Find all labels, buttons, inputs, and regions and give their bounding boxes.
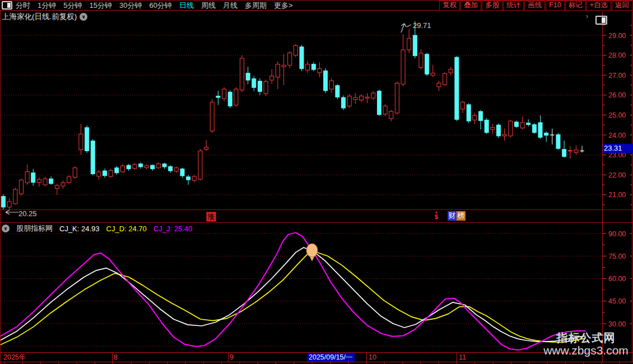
toolbar-button-6[interactable]: 标记 <box>565 1 586 11</box>
period-menu-item-4[interactable]: 30分钟 <box>119 1 142 11</box>
svg-text:24.00: 24.00 <box>608 132 626 139</box>
indicator-chevron-down-icon[interactable]: ∨ <box>2 225 10 232</box>
period-menu-item-5[interactable]: 60分钟 <box>149 1 171 11</box>
trading-app-window: 29.0028.0027.0026.0025.0024.0023.0022.00… <box>0 0 633 364</box>
svg-text:30.00: 30.00 <box>608 320 626 328</box>
date-tick-label-1: 8 <box>114 353 118 362</box>
date-tick-label-5: 11 <box>459 353 466 362</box>
svg-text:27.00: 27.00 <box>608 72 626 80</box>
indicator-source-label: 股朋指标网 <box>16 223 53 234</box>
period-menu-item-1[interactable]: 1分钟 <box>38 1 56 11</box>
period-menu-item-8[interactable]: 月线 <box>223 1 238 11</box>
svg-text:45.00: 45.00 <box>608 297 626 305</box>
svg-text:22.00: 22.00 <box>608 171 626 179</box>
series-CJ_K <box>0 248 585 342</box>
toolbar-button-5[interactable]: F10 <box>546 1 565 11</box>
pane-layout-icon[interactable] <box>595 16 607 25</box>
period-menu-item-10[interactable]: 更多> <box>274 1 293 11</box>
svg-text:25.00: 25.00 <box>608 111 626 119</box>
chart-title-row: 上海家化(日线.前复权) ∨ <box>2 12 87 22</box>
pane-layout-icon-fill <box>602 17 606 23</box>
toolbar-button-8[interactable]: 返回 <box>612 1 632 11</box>
toolbar-button-7[interactable]: +自选 <box>587 1 611 11</box>
candle-panel: 29.0028.0027.0026.0025.0024.0023.0022.00… <box>0 21 632 214</box>
low-price-annotation: 20.25 <box>18 209 37 218</box>
selected-date-label: 2025/09/15/一 <box>307 353 355 362</box>
period-menu: 分时1分钟5分钟15分钟30分钟60分钟日线周线月线多周期更多> <box>16 1 292 11</box>
svg-text:90.00: 90.00 <box>608 230 626 238</box>
watermark-line2: www.zbgs3.com <box>540 344 632 357</box>
last-price-tag: 23.31 <box>603 144 633 153</box>
series-CJ_J <box>0 232 585 350</box>
cai-badge: 财 <box>448 211 457 221</box>
date-tick-label-2: 9 <box>230 353 234 362</box>
indicator-k-value: CJ_K: 24.93 <box>59 225 100 233</box>
bang-badge: 榜 <box>457 211 466 221</box>
indicator-header: ∨ 股朋指标网 CJ_K: 24.93 CJ_D: 24.70 CJ_J: 25… <box>2 223 192 234</box>
watermark-line1: 指标公式网 <box>540 332 632 344</box>
toolbar-button-0[interactable]: 复权 <box>439 1 460 11</box>
toolbar-button-3[interactable]: 统计 <box>503 1 524 11</box>
series-CJ_D <box>0 251 585 345</box>
stock-title: 上海家化(日线.前复权) <box>2 12 77 22</box>
top-menubar: 分时1分钟5分钟15分钟30分钟60分钟日线周线月线多周期更多> 复权叠加多股统… <box>0 0 633 11</box>
svg-text:21.00: 21.00 <box>608 191 626 199</box>
chart-canvas[interactable]: 29.0028.0027.0026.0025.0024.0023.0022.00… <box>0 0 633 364</box>
layout-icon-fill <box>7 3 11 8</box>
indicator-d-value: CJ_D: 24.70 <box>106 225 147 233</box>
watermark: 指标公式网 www.zbgs3.com <box>540 332 632 357</box>
date-tick-label-0: 2025年 <box>3 353 26 362</box>
date-tick-label-4: 10 <box>369 353 376 362</box>
toolbar-menu: 复权叠加多股统计画线F10标记+自选返回 <box>439 1 632 11</box>
dividend-marker-icon[interactable]: ▲ $ <box>433 211 440 220</box>
period-menu-item-6[interactable]: 日线 <box>179 1 194 11</box>
toolbar-button-4[interactable]: 画线 <box>524 1 545 11</box>
period-menu-item-0[interactable]: 分时 <box>16 1 30 11</box>
chevron-down-icon[interactable]: ∨ <box>80 13 87 21</box>
zhang-event-badge[interactable]: 涨 <box>206 212 216 222</box>
svg-text:28.00: 28.00 <box>608 52 626 59</box>
svg-text:75.00: 75.00 <box>608 253 626 260</box>
indicator-j-value: CJ_J: 25.40 <box>153 225 192 233</box>
svg-text:26.00: 26.00 <box>608 91 626 99</box>
toolbar-button-2[interactable]: 多股 <box>482 1 502 11</box>
dividend-dollar-glyph: $ <box>433 214 440 220</box>
high-price-annotation: 29.71 <box>413 21 431 30</box>
layout-icon[interactable] <box>2 1 12 10</box>
caibang-badge[interactable]: 财 榜 <box>448 211 466 221</box>
period-menu-item-7[interactable]: 周线 <box>201 1 216 11</box>
period-menu-item-3[interactable]: 15分钟 <box>89 1 111 11</box>
frame-lines <box>0 11 633 364</box>
period-menu-item-2[interactable]: 5分钟 <box>63 1 82 11</box>
svg-text:60.00: 60.00 <box>608 275 626 283</box>
toolbar-button-1[interactable]: 叠加 <box>460 1 481 11</box>
period-menu-item-9[interactable]: 多周期 <box>245 1 267 11</box>
indicator-panel: 90.0075.0060.0045.0030.00 <box>0 230 632 350</box>
svg-text:29.00: 29.00 <box>608 32 626 40</box>
expand-arrow-icon[interactable]: › <box>586 12 588 20</box>
